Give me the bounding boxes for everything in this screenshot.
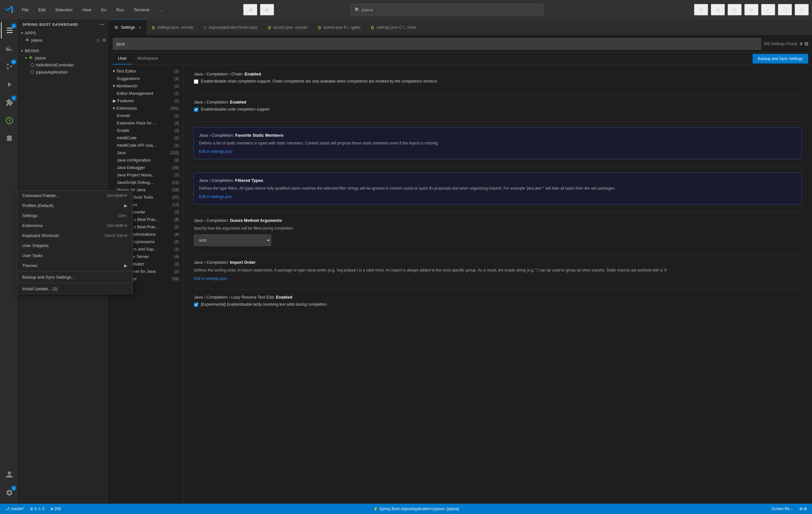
tab-user[interactable]: User [113,53,132,64]
apps-section-header[interactable]: ▾ APPS [19,30,109,36]
tab-jojava-tests[interactable]: J JojavaApplicationTests.class [199,19,263,35]
context-menu-backup-sync[interactable]: Backup and Sync Settings... [17,272,133,282]
setting-lazy-resolve-title: Java › Completion › Lazy Resolve Text Ed… [194,295,801,299]
forward-button[interactable]: ▶ [260,4,274,16]
tab-settings-json-user[interactable]: {} settings.json C:\...\User [366,19,422,35]
setting-lazy-resolve: Java › Completion › Lazy Resolve Text Ed… [194,294,802,309]
nav-emmet[interactable]: Emmet (1) [109,112,183,119]
nav-java-debugger[interactable]: Java Debugger (26) [109,164,183,171]
window-controls: ⊟ ⊞ ⊟ ⊞ ─ ❐ ✕ [694,4,809,16]
setting-import-order-edit-link[interactable]: Edit in settings.json [194,276,227,281]
activity-spring[interactable] [1,112,18,129]
context-menu-extensions[interactable]: Extensions Ctrl+Shift+X [17,221,133,231]
sidebar-more-icon[interactable]: ⋯ [100,22,105,27]
minimize-button[interactable]: ─ [761,4,775,16]
nav-expand-icon-4: ▾ [113,106,115,111]
context-menu-settings[interactable]: Settings Ctrl+, [17,210,133,221]
nav-features[interactable]: ▶ Features (2) [109,97,183,105]
beans-app-item[interactable]: ▾ ☘ jojava [19,54,109,61]
menu-file[interactable]: File [18,6,33,13]
tab-settings[interactable]: ⚙ Settings ✕ [109,19,147,35]
tab-settings-json-label: settings.json .vscode [157,25,193,30]
setting-completion-chain-checkbox[interactable] [194,79,198,84]
nav-java-project-manager[interactable]: Java Project Mana... (7) [109,171,183,179]
backup-sync-button[interactable]: Backup and Sync Settings [753,54,808,63]
activity-run[interactable] [1,76,18,93]
context-menu-profiles[interactable]: Profiles (Default) ▶ [17,201,133,210]
menu-edit[interactable]: Edit [34,6,50,13]
close-button[interactable]: ✕ [794,4,809,16]
nav-text-editor[interactable]: ▾ Text Editor (3) [109,67,183,75]
bean-hello-controller[interactable]: ⬡ helloWorldController [19,61,109,68]
menu-more[interactable]: ... [154,6,167,13]
status-screen[interactable]: Screen Re... [770,507,794,511]
tab-launch-gitee[interactable]: {} launch.json E:\..\gitee [313,19,366,35]
menu-selection[interactable]: Selection [51,6,77,13]
setting-lazy-resolve-checkbox[interactable] [194,303,198,307]
nav-editor-mgmt-label: Editor Management [117,91,153,96]
context-menu-user-snippets[interactable]: User Snippets [17,240,133,251]
context-menu-install-update[interactable]: Install Update... (1) [17,284,133,294]
context-menu-command-palette[interactable]: Command Palette... Ctrl+Shift+P [17,191,133,201]
layout-icon[interactable]: ⊟ [694,4,708,16]
settings-list-icon[interactable]: ≡ [800,41,803,47]
activity-search[interactable] [1,40,18,57]
nav-gradle[interactable]: Gradle (3) [109,127,183,134]
status-git-branch[interactable]: ⎇ master* [4,507,26,511]
activity-account[interactable] [1,466,18,483]
tab-settings-close[interactable]: ✕ [139,26,141,29]
nav-java[interactable]: Java (102) [109,149,183,156]
activity-explorer[interactable]: 1 [1,22,18,39]
settings-filter-icon[interactable]: ⧉ [805,41,808,47]
status-errors[interactable]: ⊗ 0 ⚠ 0 [29,507,46,511]
nav-javascript-debug[interactable]: JavaScript Debug... (11) [109,179,183,186]
nav-editor-management[interactable]: Editor Management (1) [109,90,183,97]
setting-completion-enabled-checkbox[interactable] [194,107,198,112]
setting-favorite-static-edit-link[interactable]: Edit in settings.json [199,149,232,154]
context-menu-keyboard-shortcuts[interactable]: Keyboard Shortcuts Ctrl+K Ctrl+S [17,231,133,240]
nav-js-debug-count: (11) [172,180,179,185]
context-menu-user-tasks[interactable]: User Tasks [17,251,133,261]
status-layout[interactable]: ⊞ ⊞ [798,507,808,511]
status-warnings[interactable]: ⊗ 200 [49,507,62,511]
nav-intellicode[interactable]: IntelliCode (2) [109,134,183,142]
activity-settings[interactable]: 1 [1,484,18,501]
menu-view[interactable]: View [78,6,96,13]
tab-workspace[interactable]: Workspace [132,53,163,64]
bean-jojava-application[interactable]: ⬡ jojavaApplication [19,68,109,76]
nav-workbench[interactable]: ▾ Workbench (1) [109,82,183,90]
menu-terminal[interactable]: Terminal [129,6,154,13]
tab-launch-vscode[interactable]: {} launch.json .vscode [263,19,313,35]
menu-run[interactable]: Run [112,6,128,13]
tab-settings-json-vscode[interactable]: {} settings.json .vscode [147,19,199,35]
status-spring-boot[interactable]: ⚡ Spring Boot-JojavaApplication<jojava> … [372,507,461,511]
nav-extensions[interactable]: ▾ Extensions (281) [109,105,183,112]
setting-filtered-types-edit-link[interactable]: Edit in settings.json [199,195,232,199]
maximize-button[interactable]: ❐ [778,4,792,16]
layout-grid-icon[interactable]: ⊞ [744,4,758,16]
activity-source-control[interactable]: 11 [1,58,18,75]
nav-intellicode-api[interactable]: IntelliCode API Usa... (1) [109,142,183,149]
run-app-icon[interactable]: ▷ [97,38,100,42]
menu-bar: File Edit Selection View Go Run Terminal… [18,6,167,13]
panel-icon[interactable]: ⊟ [727,4,742,16]
nav-java-config[interactable]: Java configuration (9) [109,156,183,164]
explorer-badge: 1 [11,23,17,28]
extensions-shortcut: Ctrl+Shift+X [107,224,127,228]
setting-guess-arguments-select[interactable]: auto off on [194,234,271,246]
activity-extensions[interactable]: 1 [1,94,18,111]
editor-area: ⚙ Settings ✕ {} settings.json .vscode J … [109,19,812,504]
nav-extension-pack[interactable]: Extension Pack for ... (3) [109,119,183,127]
beans-section-header[interactable]: ▾ BEANS [19,48,109,54]
sidebar-icon[interactable]: ⊞ [711,4,725,16]
back-button[interactable]: ◀ [243,4,257,16]
debug-app-icon[interactable]: ⚙ [102,38,106,42]
global-search-bar[interactable]: 🔍 jojava [351,4,544,16]
activity-database[interactable] [1,130,18,147]
context-menu-themes[interactable]: Themes ▶ [17,261,133,270]
sidebar-item-jojava-app[interactable]: ☘ jojava ▷ ⚙ [19,36,109,44]
setting-guess-arguments-title: Java › Completion: Guess Method Argument… [194,218,801,223]
menu-go[interactable]: Go [96,6,111,13]
nav-suggestions[interactable]: Suggestions (1) [109,75,183,82]
settings-search-input[interactable] [113,38,761,50]
